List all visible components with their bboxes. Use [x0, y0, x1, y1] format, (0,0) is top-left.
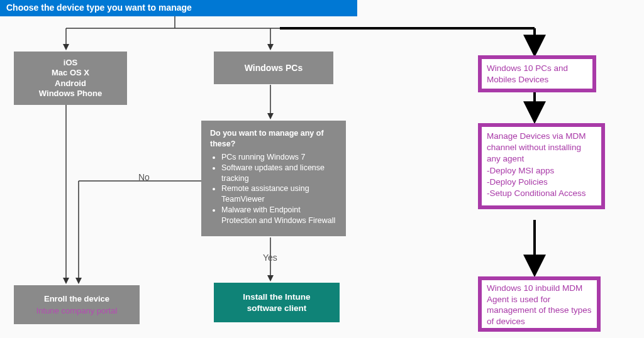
mdm-line-3: -Deploy Policies: [487, 177, 596, 188]
device-mac: Mac OS X: [18, 68, 123, 78]
mdm-line-4: -Setup Conditional Access: [487, 188, 596, 199]
node-win10-devices: Windows 10 PCs and Mobiles Devices: [478, 55, 596, 92]
win10-label: Windows 10 PCs and Mobiles Devices: [487, 63, 568, 84]
install-line2: software client: [218, 303, 336, 314]
mdm-line-2: -Deploy MSI apps: [487, 165, 596, 177]
node-mdm-channel: Manage Devices via MDM channel without i…: [478, 123, 605, 209]
decision-item-1: PCs running Windows 7: [221, 152, 337, 163]
node-enroll-device: Enroll the device Intune company portal: [14, 285, 140, 324]
install-line1: Install the Intune: [218, 292, 336, 303]
decision-item-4: Malware with Endpoint Protection and Win…: [221, 205, 337, 226]
decision-item-3: Remote assistance using TeamViewer: [221, 183, 337, 205]
node-windows-pcs: Windows PCs: [214, 52, 333, 84]
device-winphone: Windows Phone: [18, 89, 123, 99]
node-install-intune: Install the Intune software client: [214, 283, 340, 322]
node-win10-note: Windows 10 inbuild MDM Agent is used for…: [478, 276, 601, 332]
decision-question: Do you want to manage any of these?: [210, 128, 337, 150]
enroll-title: Enroll the device: [18, 294, 136, 303]
device-ios: iOS: [18, 58, 123, 68]
root-header-text: Choose the device type you want to manag…: [6, 3, 192, 13]
node-decision: Do you want to manage any of these? PCs …: [201, 121, 346, 236]
win10-note-text: Windows 10 inbuild MDM Agent is used for…: [487, 283, 592, 326]
mdm-line-1: Manage Devices via MDM channel without i…: [487, 131, 596, 165]
decision-item-2: Software updates and license tracking: [221, 163, 337, 184]
device-android: Android: [18, 79, 123, 89]
root-header: Choose the device type you want to manag…: [0, 0, 357, 16]
enroll-subtitle: Intune company portal: [18, 306, 136, 315]
edge-no: No: [138, 172, 150, 182]
windows-pcs-label: Windows PCs: [245, 63, 303, 73]
node-mobile-devices: iOS Mac OS X Android Windows Phone: [14, 52, 127, 105]
edge-yes: Yes: [263, 253, 277, 263]
